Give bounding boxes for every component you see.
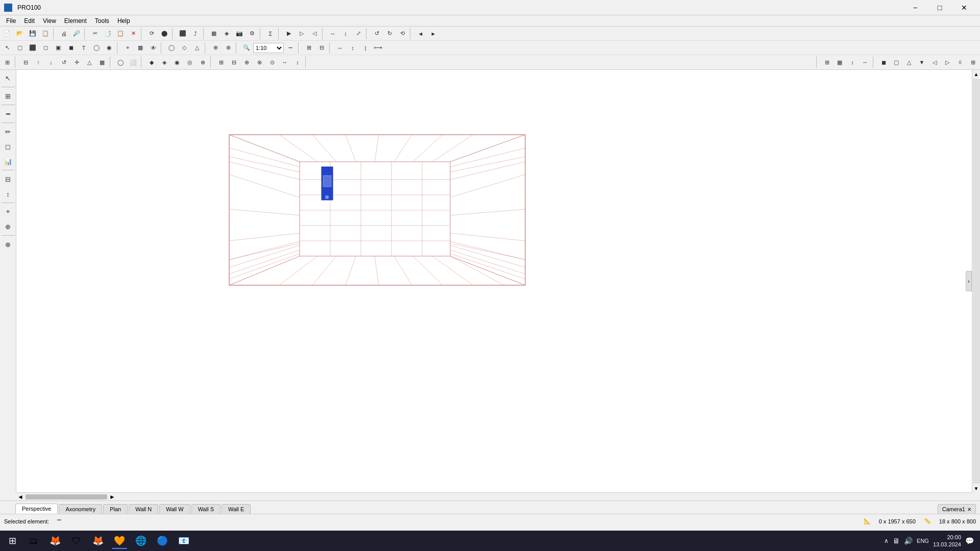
tb3-11[interactable]: ◆ xyxy=(145,56,158,68)
tb3-13[interactable]: ◉ xyxy=(171,56,183,68)
right-collapse-arrow[interactable]: › xyxy=(966,271,972,291)
tb-sel3[interactable]: ◁ xyxy=(308,28,321,40)
tb2-box[interactable]: ▢ xyxy=(14,42,26,54)
tb-cam[interactable]: 📷 xyxy=(233,28,246,40)
tb2-zoom-select[interactable]: 1:101:201:5 xyxy=(253,43,284,53)
tb2-zoom-out[interactable]: − xyxy=(284,42,297,54)
bottom-scrollbar[interactable]: ◄ ► xyxy=(16,492,972,500)
scroll-up-arrow[interactable]: ▲ xyxy=(972,70,981,78)
tb2-box3da[interactable]: ◼ xyxy=(65,42,77,54)
tb-print-preview[interactable]: 🔎 xyxy=(70,28,83,40)
tab-wall-n[interactable]: Wall N xyxy=(129,504,158,514)
scroll-down-arrow[interactable]: ▼ xyxy=(972,484,981,492)
tb-rot2[interactable]: ↻ xyxy=(383,28,396,40)
tab-wall-e[interactable]: Wall E xyxy=(222,504,251,514)
tb-print[interactable]: 🖨 xyxy=(58,28,70,40)
tb-rot3[interactable]: ⟲ xyxy=(396,28,408,40)
tb-open[interactable]: 📂 xyxy=(14,28,26,40)
tb2-snap[interactable]: ⌖ xyxy=(121,42,134,54)
tb-save[interactable]: 💾 xyxy=(27,28,39,40)
tb3r-4[interactable]: ↔ xyxy=(859,56,871,68)
tb-open-lib[interactable]: 📋 xyxy=(39,28,52,40)
perspective-viewport[interactable] xyxy=(228,134,534,292)
tb-render[interactable]: ◈ xyxy=(220,28,233,40)
side-select[interactable]: ↖ xyxy=(1,71,15,85)
tb2-seg[interactable]: ⊟ xyxy=(315,42,328,54)
side-ruler[interactable]: ⊟ xyxy=(1,172,15,186)
tb3r-2[interactable]: ▦ xyxy=(834,56,846,68)
side-dim[interactable]: ↕ xyxy=(1,187,15,201)
side-pencil[interactable]: ✏ xyxy=(1,124,15,139)
tb-orbit[interactable]: ⟳ xyxy=(145,28,158,40)
tb-table[interactable]: ▦ xyxy=(208,28,220,40)
tb3-10[interactable]: ⬜ xyxy=(127,56,139,68)
tb3-14[interactable]: ◎ xyxy=(184,56,196,68)
taskbar-browser1[interactable]: 🦊 xyxy=(45,532,65,550)
tab-plan[interactable]: Plan xyxy=(103,504,128,514)
tb3-18[interactable]: ⊕ xyxy=(240,56,253,68)
side-snap2[interactable]: ⊕ xyxy=(1,219,15,234)
side-chart[interactable]: 📊 xyxy=(1,154,15,168)
side-dash[interactable]: ━ xyxy=(1,107,15,121)
tb2-snap3[interactable]: ⊗ xyxy=(222,42,234,54)
tb-top-view[interactable]: ⬛ xyxy=(177,28,189,40)
menu-tools[interactable]: Tools xyxy=(91,16,113,26)
hscroll-right-arrow[interactable]: ► xyxy=(108,493,116,500)
tb3r-11[interactable]: ◊ xyxy=(954,56,966,68)
tb-export[interactable]: ⤴ xyxy=(189,28,202,40)
tb3-7[interactable]: △ xyxy=(83,56,95,68)
tb3-15[interactable]: ⊕ xyxy=(197,56,209,68)
side-layout[interactable]: ⊞ xyxy=(1,89,15,103)
tab-perspective[interactable]: Perspective xyxy=(15,504,58,514)
tb3-12[interactable]: ◈ xyxy=(158,56,170,68)
taskbar-chrome[interactable]: 🔵 xyxy=(152,532,173,550)
tb3-16[interactable]: ⊞ xyxy=(215,56,227,68)
taskbar-opera[interactable]: 🧡 xyxy=(109,532,130,550)
tb-sel2[interactable]: ▷ xyxy=(296,28,308,40)
tb2-eye[interactable]: 👁 xyxy=(147,42,159,54)
right-scrollbar[interactable]: ▲ ▼ xyxy=(972,70,980,492)
tb3r-9[interactable]: ◁ xyxy=(928,56,941,68)
notification-button[interactable]: 💬 xyxy=(965,537,974,545)
tb2-box3dw[interactable]: ▣ xyxy=(52,42,64,54)
tb3-4[interactable]: ↓ xyxy=(45,56,57,68)
menu-file[interactable]: File xyxy=(2,16,20,26)
taskbar-clock[interactable]: 20:00 13.03.2024 xyxy=(933,534,961,548)
hscroll-left-arrow[interactable]: ◄ xyxy=(16,493,24,500)
tb3-1[interactable]: ⊞ xyxy=(1,56,13,68)
tb2-diamond[interactable]: ◇ xyxy=(178,42,190,54)
close-button[interactable]: ✕ xyxy=(952,0,976,15)
maximize-button[interactable]: □ xyxy=(928,0,951,15)
tb-move2[interactable]: ↕ xyxy=(339,28,352,40)
tb3-8[interactable]: ▦ xyxy=(96,56,108,68)
tb3r-10[interactable]: ▷ xyxy=(941,56,953,68)
tb-summ[interactable]: Σ xyxy=(264,28,277,40)
tb3-2[interactable]: ⊟ xyxy=(19,56,32,68)
taskbar-edge[interactable]: 🌐 xyxy=(131,532,151,550)
tb-settings[interactable]: ⚙ xyxy=(246,28,258,40)
tb2-tri[interactable]: △ xyxy=(191,42,203,54)
tb3-20[interactable]: ⊙ xyxy=(266,56,278,68)
lang-label[interactable]: ENG xyxy=(917,538,929,544)
tab-camera1[interactable]: Camera1 ✕ xyxy=(938,504,976,514)
tb-stop[interactable]: ⬤ xyxy=(158,28,170,40)
side-shape[interactable]: ◻ xyxy=(1,139,15,154)
tb3r-1[interactable]: ⊞ xyxy=(821,56,833,68)
side-snap[interactable]: ⌖ xyxy=(1,205,15,219)
tb-copy[interactable]: 📑 xyxy=(102,28,114,40)
menu-edit[interactable]: Edit xyxy=(20,16,39,26)
side-unknown[interactable]: ⊗ xyxy=(1,237,15,252)
tb-sel1[interactable]: ▶ xyxy=(283,28,295,40)
tb-new[interactable]: 📄 xyxy=(1,28,13,40)
taskbar-security[interactable]: 🛡 xyxy=(66,532,87,550)
menu-element[interactable]: Element xyxy=(60,16,91,26)
tray-expand[interactable]: ∧ xyxy=(884,537,889,544)
tb3-5[interactable]: ↺ xyxy=(58,56,70,68)
tb-delete[interactable]: ✕ xyxy=(127,28,139,40)
tb2-tex[interactable]: T xyxy=(78,42,90,54)
window-controls[interactable]: − □ ✕ xyxy=(903,0,976,15)
tb2-ruler1[interactable]: | xyxy=(359,42,372,54)
tb-paste[interactable]: 📋 xyxy=(114,28,127,40)
tb3-9[interactable]: ◯ xyxy=(114,56,127,68)
tb3-21[interactable]: ↔ xyxy=(279,56,291,68)
